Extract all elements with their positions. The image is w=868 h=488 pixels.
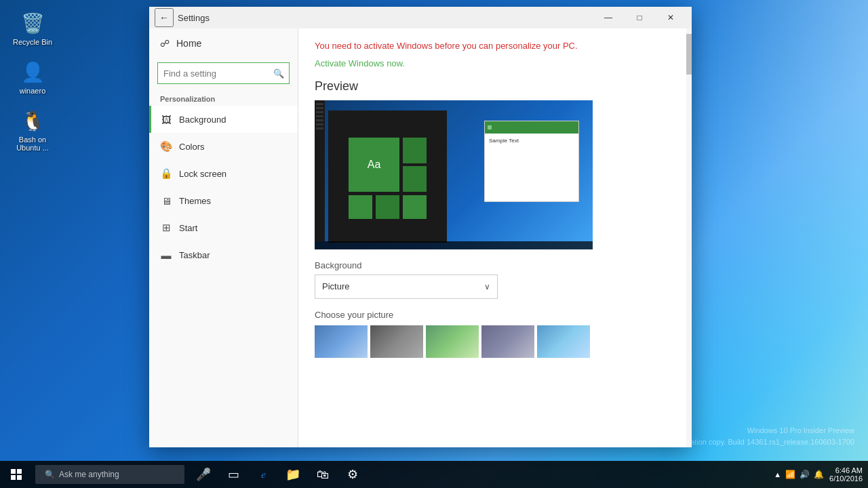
preview-sidebar-line <box>316 119 323 121</box>
activation-link[interactable]: Activate Windows now. <box>315 58 405 68</box>
picture-thumb-3[interactable] <box>426 325 479 358</box>
notification-icon[interactable]: 🔔 <box>814 470 824 479</box>
picture-thumb-1[interactable] <box>315 325 368 358</box>
preview-sidebar <box>315 100 325 241</box>
up-arrow-icon[interactable]: ▲ <box>774 470 781 479</box>
close-button[interactable]: ✕ <box>655 7 686 28</box>
minimize-button[interactable]: — <box>593 7 624 28</box>
window-title: Settings <box>178 13 210 23</box>
picture-thumb-4[interactable] <box>481 325 534 358</box>
task-view-icon[interactable]: ▭ <box>220 461 247 488</box>
picture-thumb-5[interactable] <box>537 325 590 358</box>
recycle-bin-label: Recycle Bin <box>13 38 52 46</box>
preview-dialog-header <box>485 121 578 134</box>
winaero-icon[interactable]: 👤 winaero <box>5 56 60 98</box>
scrollbar-thumb[interactable] <box>686 34 692 75</box>
taskbar-search-icon: 🔍 <box>45 470 55 479</box>
sidebar-item-lock-screen[interactable]: 🔒 Lock screen <box>149 160 298 187</box>
taskbar-app-icons: 🎤 ▭ 𝑒 📁 🛍 ⚙ <box>190 461 366 488</box>
settings-icon[interactable]: ⚙ <box>339 461 366 488</box>
preview-sidebar-line <box>316 107 323 109</box>
svg-rect-3 <box>17 475 22 480</box>
svg-rect-0 <box>11 469 16 474</box>
sidebar-item-themes[interactable]: 🖥 Themes <box>149 187 298 214</box>
taskbar-search-label: Ask me anything <box>59 470 119 479</box>
sidebar: ☍ Home 🔍 Personalization 🖼 Background 🎨 … <box>149 28 298 447</box>
dialog-header-dot <box>488 125 492 129</box>
clock[interactable]: 6:46 AM 6/10/2016 <box>829 466 863 483</box>
start-button[interactable] <box>0 461 33 488</box>
preview-sidebar-line <box>316 111 323 113</box>
taskbar: 🔍 Ask me anything 🎤 ▭ 𝑒 📁 🛍 ⚙ ▲ 📶 🔊 🔔 6:… <box>0 461 868 488</box>
chevron-down-icon: ∨ <box>484 282 490 291</box>
svg-rect-2 <box>11 475 16 480</box>
lock-screen-label: Lock screen <box>179 169 226 179</box>
watermark-line1: Windows 10 Pro Insider Preview <box>672 425 855 436</box>
back-button[interactable]: ← <box>155 8 174 27</box>
colors-icon: 🎨 <box>160 140 172 152</box>
volume-icon[interactable]: 🔊 <box>800 470 810 479</box>
preview-sidebar-line <box>316 123 323 125</box>
tile-wide1 <box>349 195 372 219</box>
cortana-icon[interactable]: 🎤 <box>190 461 217 488</box>
choose-picture-label: Choose your picture <box>315 310 675 320</box>
title-bar: ← Settings — □ ✕ <box>149 7 692 28</box>
picture-thumb-2[interactable] <box>370 325 423 358</box>
home-label: Home <box>176 38 201 49</box>
scrollbar-track <box>686 28 692 447</box>
search-icon[interactable]: 🔍 <box>271 65 287 81</box>
home-icon: ☍ <box>160 38 170 49</box>
preview-area: Aa Sample Text <box>315 100 593 249</box>
tile-wide3 <box>403 195 427 219</box>
sidebar-item-start[interactable]: ⊞ Start <box>149 214 298 241</box>
tile-wide2 <box>376 195 399 219</box>
sidebar-item-colors[interactable]: 🎨 Colors <box>149 133 298 160</box>
watermark: Windows 10 Pro Insider Preview Evaluatio… <box>672 425 855 447</box>
network-icon[interactable]: 📶 <box>785 470 795 479</box>
tile-small2 <box>403 166 427 192</box>
background-label: Background <box>179 115 226 125</box>
preview-tiles: Aa <box>328 110 447 243</box>
search-box: 🔍 <box>157 62 290 84</box>
time-display: 6:46 AM <box>835 466 863 474</box>
bash-ubuntu-label: Bash on Ubuntu ... <box>8 136 57 152</box>
start-icon: ⊞ <box>160 222 172 234</box>
taskbar-search[interactable]: 🔍 Ask me anything <box>35 465 184 484</box>
preview-dialog-text: Sample Text <box>485 134 578 148</box>
preview-sidebar-line <box>316 115 323 117</box>
bg-section-label: Background <box>315 260 675 270</box>
explorer-icon[interactable]: 📁 <box>279 461 307 488</box>
picture-row <box>315 325 675 358</box>
lock-screen-icon: 🔒 <box>160 167 172 180</box>
themes-label: Themes <box>179 196 211 206</box>
recycle-bin-icon[interactable]: 🗑️ Recycle Bin <box>5 7 60 49</box>
taskbar-icon: ▬ <box>160 249 172 261</box>
bash-ubuntu-icon[interactable]: 🐧 Bash on Ubuntu ... <box>5 104 60 155</box>
svg-rect-1 <box>17 469 22 474</box>
sidebar-home[interactable]: ☍ Home <box>149 28 298 58</box>
sidebar-item-background[interactable]: 🖼 Background <box>149 106 298 133</box>
search-input[interactable] <box>157 62 290 84</box>
window-content: ☍ Home 🔍 Personalization 🖼 Background 🎨 … <box>149 28 692 447</box>
watermark-line2: Evaluation copy. Build 14361.rs1_release… <box>672 436 855 448</box>
tile-aa: Aa <box>349 138 399 192</box>
preview-sidebar-line <box>316 103 323 105</box>
bash-ubuntu-image: 🐧 <box>19 107 46 134</box>
personalization-label: Personalization <box>149 88 298 106</box>
taskbar-label: Taskbar <box>179 250 210 260</box>
activation-warning: You need to activate Windows before you … <box>315 39 675 53</box>
main-content: You need to activate Windows before you … <box>298 28 692 447</box>
sidebar-item-taskbar[interactable]: ▬ Taskbar <box>149 241 298 268</box>
preview-desktop: Aa Sample Text <box>315 100 593 249</box>
store-icon[interactable]: 🛍 <box>309 461 336 488</box>
colors-label: Colors <box>179 142 205 152</box>
background-icon: 🖼 <box>160 113 172 125</box>
settings-window: ← Settings — □ ✕ ☍ Home 🔍 Personalizatio… <box>149 7 692 447</box>
taskbar-right: ▲ 📶 🔊 🔔 6:46 AM 6/10/2016 <box>774 466 868 483</box>
bg-dropdown[interactable]: Picture ∨ <box>315 274 498 299</box>
maximize-button[interactable]: □ <box>624 7 655 28</box>
window-controls: — □ ✕ <box>593 7 686 28</box>
date-display: 6/10/2016 <box>829 474 863 483</box>
desktop-icons: 🗑️ Recycle Bin 👤 winaero 🐧 Bash on Ubunt… <box>5 7 60 155</box>
edge-icon[interactable]: 𝑒 <box>250 461 277 488</box>
